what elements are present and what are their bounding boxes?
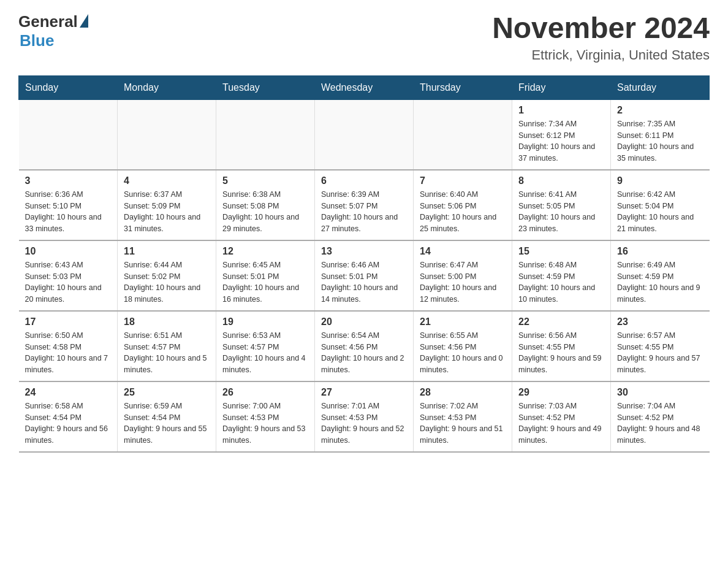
day-info: Sunrise: 7:03 AMSunset: 4:52 PMDaylight:… [518, 400, 604, 446]
day-number: 25 [124, 387, 210, 398]
calendar-cell: 28Sunrise: 7:02 AMSunset: 4:53 PMDayligh… [414, 381, 512, 452]
day-info: Sunrise: 7:04 AMSunset: 4:52 PMDaylight:… [617, 400, 703, 446]
calendar-cell: 26Sunrise: 7:00 AMSunset: 4:53 PMDayligh… [216, 381, 315, 452]
calendar-cell: 15Sunrise: 6:48 AMSunset: 4:59 PMDayligh… [512, 240, 611, 311]
day-info: Sunrise: 6:41 AMSunset: 5:05 PMDaylight:… [518, 189, 604, 235]
day-info: Sunrise: 6:47 AMSunset: 5:00 PMDaylight:… [420, 259, 506, 305]
day-number: 28 [420, 387, 506, 398]
calendar-header-monday: Monday [118, 75, 216, 99]
calendar-cell: 8Sunrise: 6:41 AMSunset: 5:05 PMDaylight… [512, 170, 611, 240]
logo-triangle-icon [80, 14, 88, 28]
day-number: 10 [25, 246, 112, 257]
calendar-week-row: 17Sunrise: 6:50 AMSunset: 4:58 PMDayligh… [19, 311, 710, 381]
day-number: 1 [518, 105, 604, 116]
day-info: Sunrise: 6:45 AMSunset: 5:01 PMDaylight:… [222, 259, 308, 305]
day-number: 20 [321, 316, 407, 327]
day-number: 2 [617, 105, 703, 116]
calendar-cell: 19Sunrise: 6:53 AMSunset: 4:57 PMDayligh… [216, 311, 315, 381]
calendar-cell: 18Sunrise: 6:51 AMSunset: 4:57 PMDayligh… [118, 311, 216, 381]
day-info: Sunrise: 6:46 AMSunset: 5:01 PMDaylight:… [321, 259, 407, 305]
day-number: 9 [617, 175, 703, 186]
day-info: Sunrise: 6:39 AMSunset: 5:07 PMDaylight:… [321, 189, 407, 235]
day-info: Sunrise: 6:56 AMSunset: 4:55 PMDaylight:… [518, 330, 604, 376]
day-info: Sunrise: 6:53 AMSunset: 4:57 PMDaylight:… [222, 330, 308, 376]
calendar-cell: 16Sunrise: 6:49 AMSunset: 4:59 PMDayligh… [611, 240, 710, 311]
calendar-cell: 1Sunrise: 7:34 AMSunset: 6:12 PMDaylight… [512, 99, 611, 170]
day-info: Sunrise: 6:37 AMSunset: 5:09 PMDaylight:… [124, 189, 210, 235]
calendar-cell: 10Sunrise: 6:43 AMSunset: 5:03 PMDayligh… [19, 240, 118, 311]
day-info: Sunrise: 6:59 AMSunset: 4:54 PMDaylight:… [124, 400, 210, 446]
day-number: 5 [222, 175, 308, 186]
calendar-cell [414, 99, 512, 170]
calendar-cell: 21Sunrise: 6:55 AMSunset: 4:56 PMDayligh… [414, 311, 512, 381]
day-number: 15 [518, 246, 604, 257]
calendar-table: SundayMondayTuesdayWednesdayThursdayFrid… [18, 75, 710, 453]
day-number: 14 [420, 246, 506, 257]
day-number: 26 [222, 387, 308, 398]
day-info: Sunrise: 6:36 AMSunset: 5:10 PMDaylight:… [25, 189, 112, 235]
page-subtitle: Ettrick, Virginia, United States [492, 47, 710, 63]
day-info: Sunrise: 6:42 AMSunset: 5:04 PMDaylight:… [617, 189, 703, 235]
calendar-header-row: SundayMondayTuesdayWednesdayThursdayFrid… [19, 75, 710, 99]
calendar-header-wednesday: Wednesday [315, 75, 414, 99]
day-info: Sunrise: 6:57 AMSunset: 4:55 PMDaylight:… [617, 330, 703, 376]
day-info: Sunrise: 6:49 AMSunset: 4:59 PMDaylight:… [617, 259, 703, 305]
calendar-week-row: 3Sunrise: 6:36 AMSunset: 5:10 PMDaylight… [19, 170, 710, 240]
day-number: 8 [518, 175, 604, 186]
calendar-week-row: 24Sunrise: 6:58 AMSunset: 4:54 PMDayligh… [19, 381, 710, 452]
calendar-cell: 22Sunrise: 6:56 AMSunset: 4:55 PMDayligh… [512, 311, 611, 381]
day-number: 22 [518, 316, 604, 327]
calendar-cell: 2Sunrise: 7:35 AMSunset: 6:11 PMDaylight… [611, 99, 710, 170]
calendar-cell [19, 99, 118, 170]
day-number: 11 [124, 246, 210, 257]
calendar-header-thursday: Thursday [414, 75, 512, 99]
logo: General Blue [18, 12, 88, 50]
calendar-cell: 25Sunrise: 6:59 AMSunset: 4:54 PMDayligh… [118, 381, 216, 452]
day-number: 27 [321, 387, 407, 398]
calendar-cell: 11Sunrise: 6:44 AMSunset: 5:02 PMDayligh… [118, 240, 216, 311]
day-number: 7 [420, 175, 506, 186]
calendar-cell [216, 99, 315, 170]
day-number: 16 [617, 246, 703, 257]
day-info: Sunrise: 6:54 AMSunset: 4:56 PMDaylight:… [321, 330, 407, 376]
calendar-cell [118, 99, 216, 170]
calendar-cell: 23Sunrise: 6:57 AMSunset: 4:55 PMDayligh… [611, 311, 710, 381]
day-info: Sunrise: 6:43 AMSunset: 5:03 PMDaylight:… [25, 259, 112, 305]
logo-blue-text: Blue [20, 31, 54, 50]
day-number: 12 [222, 246, 308, 257]
day-info: Sunrise: 7:00 AMSunset: 4:53 PMDaylight:… [222, 400, 308, 446]
day-number: 18 [124, 316, 210, 327]
day-info: Sunrise: 7:02 AMSunset: 4:53 PMDaylight:… [420, 400, 506, 446]
day-number: 29 [518, 387, 604, 398]
day-info: Sunrise: 7:34 AMSunset: 6:12 PMDaylight:… [518, 118, 604, 164]
calendar-cell: 9Sunrise: 6:42 AMSunset: 5:04 PMDaylight… [611, 170, 710, 240]
page-title: November 2024 [492, 12, 710, 45]
calendar-cell: 20Sunrise: 6:54 AMSunset: 4:56 PMDayligh… [315, 311, 414, 381]
calendar-header-sunday: Sunday [19, 75, 118, 99]
day-info: Sunrise: 6:38 AMSunset: 5:08 PMDaylight:… [222, 189, 308, 235]
day-info: Sunrise: 6:58 AMSunset: 4:54 PMDaylight:… [25, 400, 112, 446]
calendar-cell: 12Sunrise: 6:45 AMSunset: 5:01 PMDayligh… [216, 240, 315, 311]
title-section: November 2024 Ettrick, Virginia, United … [492, 12, 710, 63]
day-number: 17 [25, 316, 112, 327]
day-info: Sunrise: 6:55 AMSunset: 4:56 PMDaylight:… [420, 330, 506, 376]
day-info: Sunrise: 6:44 AMSunset: 5:02 PMDaylight:… [124, 259, 210, 305]
day-number: 6 [321, 175, 407, 186]
day-number: 13 [321, 246, 407, 257]
calendar-header-tuesday: Tuesday [216, 75, 315, 99]
day-number: 30 [617, 387, 703, 398]
day-info: Sunrise: 7:01 AMSunset: 4:53 PMDaylight:… [321, 400, 407, 446]
calendar-week-row: 1Sunrise: 7:34 AMSunset: 6:12 PMDaylight… [19, 99, 710, 170]
day-number: 24 [25, 387, 112, 398]
calendar-cell: 14Sunrise: 6:47 AMSunset: 5:00 PMDayligh… [414, 240, 512, 311]
calendar-header-friday: Friday [512, 75, 611, 99]
day-info: Sunrise: 6:51 AMSunset: 4:57 PMDaylight:… [124, 330, 210, 376]
calendar-cell [315, 99, 414, 170]
calendar-cell: 24Sunrise: 6:58 AMSunset: 4:54 PMDayligh… [19, 381, 118, 452]
logo-general-text: General [18, 12, 78, 31]
day-info: Sunrise: 6:48 AMSunset: 4:59 PMDaylight:… [518, 259, 604, 305]
calendar-week-row: 10Sunrise: 6:43 AMSunset: 5:03 PMDayligh… [19, 240, 710, 311]
day-info: Sunrise: 6:50 AMSunset: 4:58 PMDaylight:… [25, 330, 112, 376]
calendar-cell: 13Sunrise: 6:46 AMSunset: 5:01 PMDayligh… [315, 240, 414, 311]
day-number: 23 [617, 316, 703, 327]
